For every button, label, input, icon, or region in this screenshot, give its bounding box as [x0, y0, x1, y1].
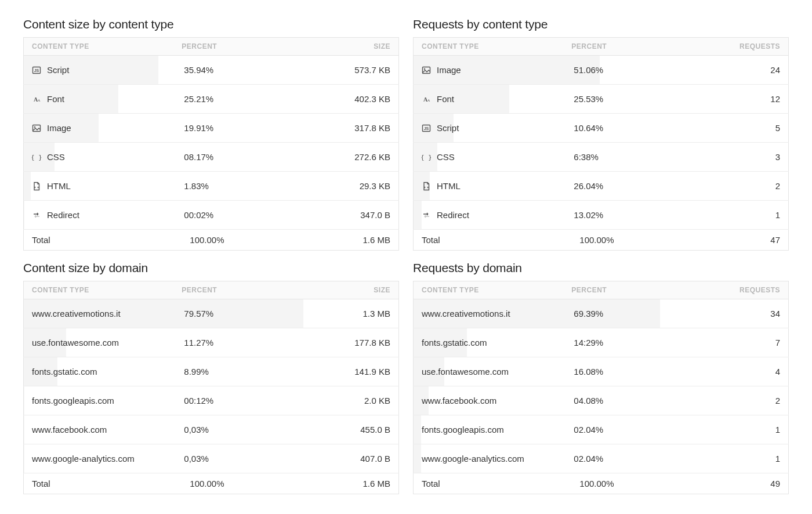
cell-percent: 1.83% — [173, 172, 304, 201]
row-label: CSS — [47, 152, 65, 162]
col-header-type[interactable]: CONTENT TYPE — [414, 281, 564, 299]
row-label: Script — [437, 123, 459, 133]
row-label: HTML — [437, 181, 461, 191]
table-row: www.creativemotions.it79.57%1.3 MB — [24, 299, 399, 328]
col-header-percent[interactable]: PERCENT — [173, 281, 304, 299]
cell-label: AAFont — [414, 85, 564, 114]
total-label: Total — [24, 230, 174, 251]
total-row: Total100.00%49 — [414, 473, 789, 494]
cell-label: use.fontawesome.com — [24, 328, 174, 357]
cell-value: 1.3 MB — [305, 299, 399, 328]
row-percent: 00:02% — [184, 210, 213, 220]
row-label: Image — [47, 123, 71, 133]
table-size-by-type: CONTENT TYPE PERCENT SIZE JSScript35.94%… — [23, 37, 399, 251]
col-header-percent[interactable]: PERCENT — [563, 281, 694, 299]
cell-label: fonts.gstatic.com — [414, 328, 564, 357]
row-percent: 0,03% — [184, 454, 209, 464]
cell-percent: 00:02% — [173, 201, 304, 230]
cell-percent: 11.27% — [173, 328, 304, 357]
col-header-percent[interactable]: PERCENT — [563, 38, 694, 56]
row-label: fonts.googleapis.com — [422, 425, 504, 435]
col-header-type[interactable]: CONTENT TYPE — [24, 281, 174, 299]
row-percent: 69.39% — [574, 309, 603, 318]
cell-percent: 02.04% — [563, 444, 694, 473]
table-row: Redirect13.02%1 — [414, 201, 789, 230]
table-row: www.google-analytics.com0,03%407.0 B — [24, 444, 399, 473]
cell-label: use.fontawesome.com — [414, 357, 564, 386]
col-header-type[interactable]: CONTENT TYPE — [414, 38, 564, 56]
total-row: Total100.00%1.6 MB — [24, 230, 399, 251]
css-icon: { } — [32, 153, 41, 162]
cell-label: JSScript — [414, 114, 564, 143]
cell-percent: 8.99% — [173, 357, 304, 386]
cell-value: 12 — [695, 85, 789, 114]
row-percent: 0,03% — [184, 425, 209, 435]
row-percent: 14:29% — [574, 338, 603, 348]
cell-percent: 00:12% — [173, 386, 304, 415]
table-row: use.fontawesome.com11.27%177.8 KB — [24, 328, 399, 357]
total-value: 47 — [695, 230, 789, 251]
css-icon: { } — [422, 153, 431, 162]
col-header-value[interactable]: REQUESTS — [695, 281, 789, 299]
table-row: fonts.gstatic.com14:29%7 — [414, 328, 789, 357]
cell-label: www.google-analytics.com — [414, 444, 564, 473]
image-icon — [32, 124, 41, 133]
cell-label: AAFont — [24, 85, 174, 114]
cell-value: 4 — [695, 357, 789, 386]
panel-title: Content size by domain — [23, 261, 399, 275]
row-label: HTML — [47, 181, 71, 191]
cell-value: 141.9 KB — [305, 357, 399, 386]
cell-percent: 14:29% — [563, 328, 694, 357]
table-row: fonts.googleapis.com00:12%2.0 KB — [24, 386, 399, 415]
table-row: www.facebook.com04.08%2 — [414, 386, 789, 415]
table-requests-by-domain: CONTENT TYPE PERCENT REQUESTS www.creati… — [413, 281, 789, 494]
cell-value: 455.0 B — [305, 415, 399, 444]
cell-label: fonts.gstatic.com — [24, 357, 174, 386]
cell-value: 34 — [695, 299, 789, 328]
svg-text:JS: JS — [424, 126, 429, 131]
row-percent: 25.53% — [574, 94, 603, 104]
row-label: www.facebook.com — [32, 425, 107, 435]
col-header-type[interactable]: CONTENT TYPE — [24, 38, 174, 56]
svg-text:A: A — [38, 99, 41, 102]
table-row: JSScript35.94%573.7 KB — [24, 56, 399, 85]
table-row: fonts.googleapis.com02.04%1 — [414, 415, 789, 444]
panel-size-by-type: Content size by content type CONTENT TYP… — [23, 17, 399, 251]
col-header-value[interactable]: SIZE — [305, 38, 399, 56]
row-label: Redirect — [47, 210, 79, 220]
cell-value: 3 — [695, 143, 789, 172]
row-percent: 19.91% — [184, 123, 213, 133]
row-label: fonts.gstatic.com — [422, 338, 487, 348]
cell-label: www.google-analytics.com — [24, 444, 174, 473]
col-header-percent[interactable]: PERCENT — [173, 38, 304, 56]
total-row: Total100.00%1.6 MB — [24, 473, 399, 494]
col-header-value[interactable]: REQUESTS — [695, 38, 789, 56]
panel-requests-by-domain: Requests by domain CONTENT TYPE PERCENT … — [413, 261, 789, 494]
cell-label: www.creativemotions.it — [24, 299, 174, 328]
cell-label: { }CSS — [24, 143, 174, 172]
panel-size-by-domain: Content size by domain CONTENT TYPE PERC… — [23, 261, 399, 494]
cell-value: 24 — [695, 56, 789, 85]
cell-label: JSScript — [24, 56, 174, 85]
row-percent: 51.06% — [574, 65, 603, 75]
script-icon: JS — [422, 124, 431, 133]
table-row: { }CSS6:38%3 — [414, 143, 789, 172]
svg-text:{ }: { } — [422, 154, 431, 161]
cell-label: www.facebook.com — [24, 415, 174, 444]
cell-value: 29.3 KB — [305, 172, 399, 201]
row-label: www.google-analytics.com — [32, 454, 135, 464]
row-percent: 00:12% — [184, 396, 213, 406]
row-label: Redirect — [437, 210, 469, 220]
col-header-value[interactable]: SIZE — [305, 281, 399, 299]
row-percent: 02.04% — [574, 454, 603, 464]
table-row: Redirect00:02%347.0 B — [24, 201, 399, 230]
row-percent: 10.64% — [574, 123, 603, 133]
cell-percent: 04.08% — [563, 386, 694, 415]
cell-value: 347.0 B — [305, 201, 399, 230]
row-percent: 79.57% — [184, 309, 213, 318]
cell-percent: 25.21% — [173, 85, 304, 114]
cell-value: 2 — [695, 172, 789, 201]
cell-value: 272.6 KB — [305, 143, 399, 172]
cell-percent: 19.91% — [173, 114, 304, 143]
cell-percent: 79.57% — [173, 299, 304, 328]
